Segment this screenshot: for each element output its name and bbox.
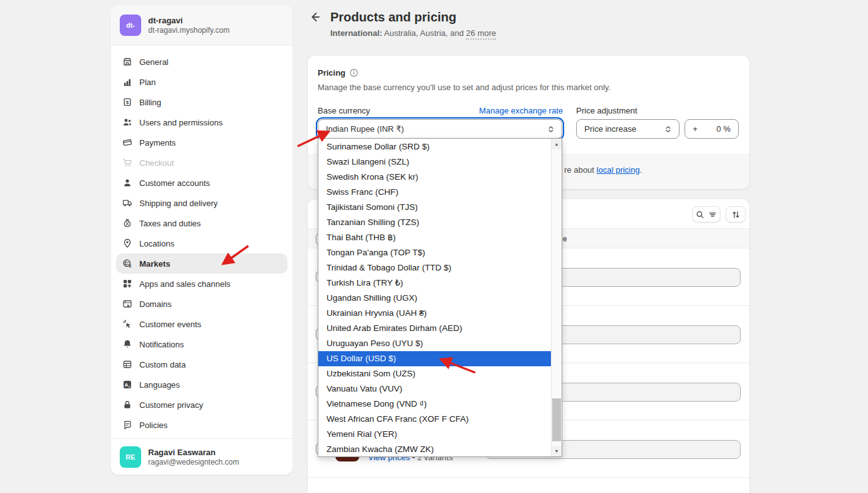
bell-icon <box>122 339 132 349</box>
sidebar-item-label: Checkout <box>139 158 174 168</box>
sidebar-item-customer-events[interactable]: Customer events <box>116 314 287 334</box>
sidebar-item-notifications[interactable]: Notifications <box>116 334 287 354</box>
currency-option-swedish-krona-sek-kr[interactable]: Swedish Krona (SEK kr) <box>318 170 551 185</box>
sidebar-item-customer-accounts[interactable]: Customer accounts <box>116 173 287 193</box>
currency-option-tanzanian-shilling-tzs[interactable]: Tanzanian Shilling (TZS) <box>318 215 551 230</box>
currency-option-thai-baht-thb[interactable]: Thai Baht (THB ฿) <box>318 230 551 245</box>
truck-icon <box>122 198 132 208</box>
adjustment-sign: + <box>693 124 698 134</box>
info-icon[interactable] <box>349 68 359 78</box>
sidebar-item-customer-privacy[interactable]: Customer privacy <box>116 395 287 415</box>
price-adjustment-percent-input[interactable]: + 0 % <box>685 119 739 139</box>
currency-option-us-dollar-usd[interactable]: US Dollar (USD $) <box>318 351 551 366</box>
policies-icon <box>122 420 132 430</box>
scroll-down-button[interactable]: ▼ <box>552 446 562 456</box>
apps-icon <box>122 279 132 289</box>
sidebar-item-domains[interactable]: Domains <box>116 294 287 314</box>
currency-option-surinamese-dollar-srd[interactable]: Surinamese Dollar (SRD $) <box>318 139 551 154</box>
search-icon <box>695 210 705 219</box>
settings-sidebar: dt- dt-ragavi dt-ragavi.myshopify.com Ge… <box>111 5 292 475</box>
svg-text:$: $ <box>129 263 132 269</box>
currency-option-tajikistani-somoni-tjs[interactable]: Tajikistani Somoni (TJS) <box>318 200 551 215</box>
sidebar-item-custom-data[interactable]: Custom data <box>116 354 287 374</box>
sidebar-item-plan[interactable]: Plan <box>116 72 287 92</box>
currency-option-uruguayan-peso-uyu[interactable]: Uruguayan Peso (UYU $) <box>318 336 551 351</box>
sidebar-item-label: Languages <box>139 380 180 390</box>
user-info: Ragavi Easwaran ragavi@wedesigntech.com <box>148 447 239 467</box>
sidebar-item-label: Customer accounts <box>139 178 210 188</box>
svg-text:z: z <box>129 385 130 388</box>
currency-option-uzbekistani-som-uzs[interactable]: Uzbekistani Som (UZS) <box>318 366 551 381</box>
sidebar-item-general[interactable]: General <box>116 52 287 72</box>
sidebar-item-label: Domains <box>139 299 171 309</box>
currency-option-united-arab-emirates-dirham-aed[interactable]: United Arab Emirates Dirham (AED) <box>318 321 551 336</box>
currency-option-vanuatu-vatu-vuv[interactable]: Vanuatu Vatu (VUV) <box>318 381 551 397</box>
sidebar-item-locations[interactable]: Locations <box>116 233 287 253</box>
cart-icon <box>122 158 132 168</box>
payments-icon <box>122 137 132 148</box>
user-avatar: RE <box>120 446 141 468</box>
sort-button[interactable] <box>726 206 746 223</box>
svg-text:$: $ <box>126 100 129 105</box>
pin-icon <box>122 238 132 248</box>
market-name: International: <box>330 28 382 38</box>
sidebar-item-shipping-and-delivery[interactable]: Shipping and delivery <box>116 193 287 213</box>
currency-option-vietnamese-dong-vnd[interactable]: Vietnamese Dong (VND ₫) <box>318 397 551 412</box>
filter-icon <box>708 210 717 219</box>
price-adjustment-type-select[interactable]: Price increase <box>576 119 680 139</box>
languages-icon: Az <box>122 380 132 390</box>
local-pricing-link[interactable]: local pricing <box>596 165 640 175</box>
sidebar-item-payments[interactable]: Payments <box>116 132 287 153</box>
sidebar-item-apps-and-sales-channels[interactable]: Apps and sales channels <box>116 274 287 294</box>
store-icon <box>122 57 132 67</box>
currency-option-west-african-cfa-franc-xof-f-cfa[interactable]: West African CFA Franc (XOF F CFA) <box>318 412 551 427</box>
currency-option-turkish-lira-try[interactable]: Turkish Lira (TRY ₺) <box>318 276 551 291</box>
more-countries-link[interactable]: 26 more <box>466 28 496 40</box>
pricing-section-title: Pricing <box>318 68 359 78</box>
currency-option-ukrainian-hryvnia-uah[interactable]: Ukrainian Hryvnia (UAH ₴) <box>318 306 551 321</box>
taxes-icon <box>122 218 132 228</box>
sidebar-item-markets[interactable]: $Markets <box>116 253 287 274</box>
page-header: Products and pricing International: Aust… <box>308 9 496 38</box>
scroll-up-button[interactable]: ▲ <box>552 139 562 149</box>
user-name: Ragavi Easwaran <box>148 447 239 458</box>
currency-option-trinidad-tobago-dollar-ttd[interactable]: Trinidad & Tobago Dollar (TTD $) <box>318 260 551 276</box>
currency-dropdown: Surinamese Dollar (SRD $)Swazi Lilangeni… <box>318 138 562 457</box>
sidebar-item-users-and-permissions[interactable]: Users and permissions <box>116 112 287 132</box>
sidebar-item-policies[interactable]: Policies <box>116 415 287 435</box>
person-icon <box>122 178 132 188</box>
base-currency-select[interactable]: Indian Rupee (INR ₹) <box>318 119 562 139</box>
back-button[interactable] <box>308 9 323 25</box>
manage-exchange-rate-link[interactable]: Manage exchange rate <box>479 106 563 115</box>
currency-option-tongan-pa-anga-top-t[interactable]: Tongan Pa'anga (TOP T$) <box>318 245 551 260</box>
footer-text-fragment: re about <box>564 165 596 175</box>
store-info: dt-ragavi dt-ragavi.myshopify.com <box>148 15 229 35</box>
currency-option-swiss-franc-chf[interactable]: Swiss Franc (CHF) <box>318 185 551 200</box>
currency-option-list: Surinamese Dollar (SRD $)Swazi Lilangeni… <box>318 139 551 457</box>
sidebar-item-languages[interactable]: AzLanguages <box>116 374 287 395</box>
sidebar-item-label: Payments <box>139 138 176 148</box>
store-switcher[interactable]: dt- dt-ragavi dt-ragavi.myshopify.com <box>111 5 292 45</box>
currency-option-swazi-lilangeni-szl[interactable]: Swazi Lilangeni (SZL) <box>318 154 551 170</box>
lock-icon <box>122 400 132 410</box>
domains-icon <box>122 299 132 309</box>
store-name: dt-ragavi <box>148 15 229 26</box>
plan-icon <box>122 77 132 87</box>
pricing-footer-text: re about local pricing. <box>564 165 642 175</box>
scrollbar-thumb[interactable] <box>552 398 561 441</box>
market-subtitle: International: Australia, Austria, and 2… <box>330 28 496 38</box>
adjustment-value: 0 % <box>717 124 731 134</box>
sidebar-item-billing[interactable]: $Billing <box>116 92 287 112</box>
sidebar-item-label: Billing <box>139 98 161 107</box>
sidebar-item-label: Locations <box>139 239 175 248</box>
sidebar-item-taxes-and-duties[interactable]: Taxes and duties <box>116 213 287 233</box>
currency-option-ugandan-shilling-ugx[interactable]: Ugandan Shilling (UGX) <box>318 291 551 306</box>
search-and-filter-button[interactable] <box>692 206 720 223</box>
dropdown-scrollbar[interactable]: ▲ ▼ <box>551 139 562 456</box>
user-account[interactable]: RE Ragavi Easwaran ragavi@wedesigntech.c… <box>111 438 292 475</box>
currency-option-yemeni-rial-yer[interactable]: Yemeni Rial (YER) <box>318 427 551 442</box>
currency-option-zambian-kwacha-zmw-zk[interactable]: Zambian Kwacha (ZMW ZK) <box>318 442 551 457</box>
base-currency-value: Indian Rupee (INR ₹) <box>326 124 547 134</box>
chevron-updown-icon <box>664 125 673 134</box>
sidebar-item-label: Customer events <box>139 320 201 329</box>
